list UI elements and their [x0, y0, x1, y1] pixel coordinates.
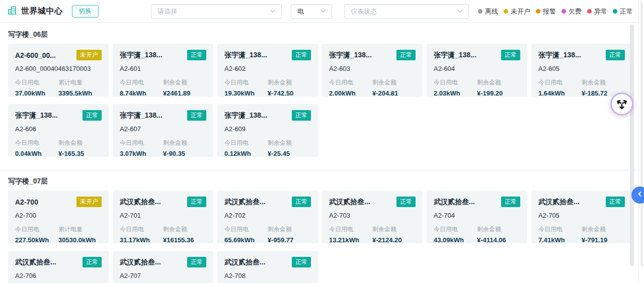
meter-card[interactable]: 张宇潇_138... 正常 A2-604 今日用电2.03kWh剩余金额¥-19…	[427, 44, 527, 97]
metric-value: ¥-165.35	[58, 150, 99, 157]
chevron-down-icon	[456, 8, 463, 16]
metric-label: 今日用电	[434, 78, 474, 87]
metric-value: ¥-4114.06	[477, 236, 517, 244]
meter-card[interactable]: 张宇潇_138... 正常 A2-607 今日用电3.07kWh剩余金额¥-90…	[113, 104, 213, 157]
meter-card[interactable]: 武汉贰拾叁... 正常 A2-702 今日用电65.69kWh剩余金额¥-959…	[217, 191, 318, 243]
meter-card[interactable]: 武汉贰拾叁... 正常 A2-704 今日用电43.09kWh剩余金额¥-411…	[427, 191, 527, 243]
meter-card-header: 张宇潇_138... 正常	[120, 110, 206, 121]
status-badge: 正常	[292, 50, 311, 60]
meter-metrics: 今日用电8.74kWh剩余金额¥2461.89	[120, 78, 206, 97]
content-scrollbar[interactable]	[630, 24, 634, 266]
meter-metrics: 今日用电227.50kWh累计电量30530.0kWh	[15, 225, 102, 244]
energy-type-select[interactable]: 电	[291, 4, 332, 19]
metric-label: 剩余金额	[582, 225, 622, 234]
status-badge: 正常	[292, 257, 311, 267]
meter-code: A2-707	[120, 272, 206, 279]
metric-label: 剩余金额	[477, 78, 517, 87]
meter-card[interactable]: 武汉贰拾叁... 正常 A2-708 今日用电剩余金额	[217, 251, 318, 283]
meter-code: A2-605	[538, 65, 625, 72]
meter-card[interactable]: 武汉贰拾叁... 正常 A2-707 今日用电剩余金额	[113, 251, 213, 283]
status-dot-icon	[587, 9, 592, 14]
metric-value: ¥-791.19	[582, 236, 622, 244]
meter-code: A2-609	[224, 125, 311, 133]
metric-label: 剩余金额	[582, 78, 622, 87]
meter-card-grid: A2-600_00... 未开户 A2-600_00040463170003 今…	[8, 44, 628, 157]
meter-card[interactable]: 张宇潇_138... 正常 A2-603 今日用电2.00kWh剩余金额¥-20…	[322, 44, 423, 97]
site-title: 世界城中心	[21, 6, 63, 17]
meter-card[interactable]: 武汉贰拾叁... 正常 A2-703 今日用电13.21kWh剩余金额¥-212…	[322, 191, 423, 243]
assistant-logo-icon	[612, 94, 632, 114]
area-select[interactable]: 请选择	[151, 4, 282, 19]
meter-card[interactable]: 张宇潇_138... 正常 A2-601 今日用电8.74kWh剩余金额¥246…	[113, 44, 213, 97]
meter-card-header: 武汉贰拾叁... 正常	[15, 257, 102, 267]
meter-name: 张宇潇_138...	[224, 111, 267, 120]
meter-metrics: 今日用电13.21kWh剩余金额¥-2124.20	[329, 225, 416, 244]
metric-value: 31.17kWh	[120, 236, 160, 244]
meter-metrics: 今日用电65.69kWh剩余金额¥-959.77	[224, 225, 311, 244]
status-badge: 未开户	[76, 50, 102, 60]
meter-code: A2-705	[538, 212, 625, 219]
meter-name: 张宇潇_138...	[538, 51, 581, 60]
metric: 剩余金额¥-204.81	[372, 78, 416, 97]
meter-card[interactable]: 张宇潇_138... 正常 A2-606 今日用电0.04kWh剩余金额¥-16…	[8, 104, 109, 157]
legend-item: 正常	[613, 7, 633, 16]
meter-name: 武汉贰拾叁...	[15, 258, 56, 267]
metric: 今日用电43.09kWh	[434, 225, 477, 244]
legend-label: 未开户	[511, 7, 530, 16]
floor-section: 写字楼_06层 A2-600_00... 未开户 A2-600_00040463…	[0, 23, 636, 157]
meter-card-header: 武汉贰拾叁... 正常	[120, 197, 206, 207]
status-dot-icon	[613, 9, 617, 14]
metric-label: 今日用电	[15, 78, 55, 87]
metric-label: 剩余金额	[268, 139, 308, 147]
meter-card-header: 武汉贰拾叁... 正常	[120, 257, 206, 267]
status-badge: 正常	[501, 197, 520, 207]
meter-code: A2-606	[15, 125, 102, 133]
meter-card-header: 张宇潇_138... 正常	[15, 110, 102, 121]
legend-label: 正常	[620, 7, 633, 16]
meter-card[interactable]: 张宇潇_138... 正常 A2-609 今日用电0.12kWh剩余金额¥-25…	[217, 104, 318, 157]
page-scrollbar[interactable]	[640, 1, 643, 266]
meter-metrics: 今日用电3.07kWh剩余金额¥-90.35	[120, 139, 206, 157]
top-bar: 世界城中心 切换 请选择 电 仪表状态 离线未开户报警欠费异常正常	[0, 0, 644, 23]
floor-section: 写字楼_07层 A2-700 未开户 A2-700 今日用电227.50kWh累…	[0, 170, 636, 283]
metric: 累计电量30530.0kWh	[58, 225, 102, 244]
metric-label: 累计电量	[58, 225, 99, 234]
metric-value: ¥-959.77	[268, 236, 308, 244]
meter-name: 武汉贰拾叁...	[120, 198, 161, 207]
meter-name: 武汉贰拾叁...	[434, 198, 475, 207]
switch-site-button[interactable]: 切换	[72, 5, 99, 18]
metric: 剩余金额¥-2124.20	[372, 225, 416, 244]
metric: 今日用电0.04kWh	[15, 139, 58, 157]
meter-card[interactable]: 张宇潇_138... 正常 A2-605 今日用电1.64kWh剩余金额¥-18…	[531, 44, 632, 97]
status-dot-icon	[504, 9, 508, 14]
meter-code: A2-701	[120, 212, 206, 219]
area-select-placeholder: 请选择	[157, 7, 269, 16]
meter-code: A2-603	[329, 65, 416, 72]
status-badge: 正常	[187, 50, 206, 60]
metric-label: 今日用电	[15, 139, 55, 147]
meter-card[interactable]: A2-600_00... 未开户 A2-600_00040463170003 今…	[8, 44, 109, 97]
metric: 剩余金额¥-959.77	[268, 225, 311, 244]
status-badge: 正常	[396, 197, 416, 207]
metric-value: 37.00kWh	[15, 89, 55, 97]
meter-card[interactable]: 武汉贰拾叁... 正常 A2-701 今日用电31.17kWh剩余金额¥1615…	[113, 191, 213, 243]
meter-metrics: 今日用电31.17kWh剩余金额¥16155.36	[120, 225, 206, 244]
metric: 今日用电8.74kWh	[120, 78, 163, 97]
meter-status-select[interactable]: 仪表状态	[344, 4, 469, 19]
metric-label: 剩余金额	[372, 78, 413, 87]
status-badge: 正常	[606, 50, 625, 60]
metric: 剩余金额¥-791.19	[582, 225, 625, 244]
meter-card[interactable]: 张宇潇_138... 正常 A2-602 今日用电19.30kWh剩余金额¥-7…	[217, 44, 318, 97]
meter-card[interactable]: A2-700 未开户 A2-700 今日用电227.50kWh累计电量30530…	[8, 191, 109, 243]
metric-label: 剩余金额	[163, 139, 203, 147]
metric-value: ¥16155.36	[163, 236, 203, 244]
meter-card[interactable]: 武汉贰拾叁... 正常 A2-705 今日用电7.41kWh剩余金额¥-791.…	[531, 191, 632, 243]
status-badge: 正常	[83, 110, 102, 121]
meter-card[interactable]: 武汉贰拾叁... 正常 A2-706 今日用电剩余金额	[8, 251, 109, 283]
floor-section-title: 写字楼_07层	[8, 177, 628, 186]
metric-label: 今日用电	[224, 225, 265, 234]
metric: 今日用电19.30kWh	[224, 78, 268, 97]
metric: 今日用电65.69kWh	[224, 225, 268, 244]
meter-metrics: 今日用电37.00kWh累计电量3395.5kWh	[15, 78, 102, 97]
assistant-floating-button[interactable]	[610, 92, 633, 116]
